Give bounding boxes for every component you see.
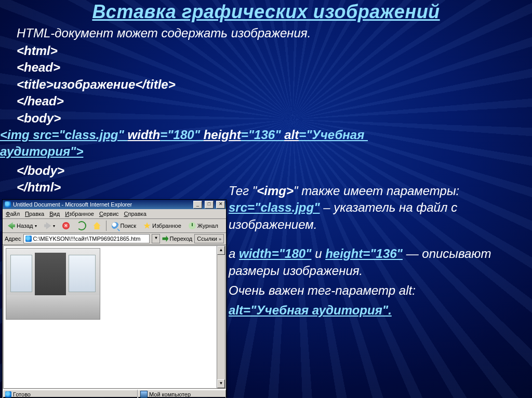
forward-icon — [44, 222, 51, 229]
close-button[interactable]: ✕ — [216, 201, 225, 209]
code-line: <body> — [17, 110, 176, 127]
refresh-icon — [77, 221, 86, 230]
refresh-button[interactable] — [75, 220, 88, 231]
go-button[interactable]: Переход — [162, 236, 192, 242]
home-button[interactable] — [91, 221, 103, 230]
stop-icon — [62, 222, 70, 229]
code-text: ="136" — [241, 128, 284, 142]
go-label: Переход — [169, 236, 192, 242]
viewport: ▲ ▼ — [3, 245, 225, 389]
chevron-down-icon: ▾ — [35, 224, 37, 228]
menu-tools[interactable]: Сервис — [99, 211, 119, 217]
classroom-image — [6, 248, 100, 320]
text-highlight: height="136" — [325, 246, 403, 260]
code-keyword: alt — [284, 128, 299, 142]
search-button[interactable]: Поиск — [110, 221, 138, 230]
slide: Вставка графических изображений HTML-док… — [0, 0, 532, 398]
code-text: аудитория"> — [0, 144, 83, 158]
code-img-line: <img src="class.jpg" width="180" height=… — [0, 127, 368, 160]
go-icon — [162, 236, 168, 242]
history-label: Журнал — [197, 223, 218, 229]
address-dropdown[interactable]: ▼ — [152, 234, 160, 243]
code-text: <img src="class.jpg" — [0, 128, 128, 142]
address-bar: Адрес C:\MEYKSON\!!!сайт\TMP969021865.ht… — [3, 233, 226, 245]
text-highlight: alt="Учебная аудитория". — [229, 303, 392, 317]
search-label: Поиск — [121, 223, 136, 229]
code-line: <html> — [17, 43, 176, 59]
text: " также имеет параметры: — [294, 184, 459, 198]
text: и — [311, 246, 325, 260]
back-button[interactable]: Назад ▾ — [6, 221, 39, 230]
code-line: </body> — [17, 162, 64, 179]
star-icon — [143, 222, 151, 229]
code-close: </body> </html> — [17, 162, 64, 196]
menu-favorites[interactable]: Избранное — [65, 211, 94, 217]
scroll-up-button[interactable]: ▲ — [217, 246, 225, 255]
text: Очень важен тег-параметр alt: — [229, 282, 520, 299]
separator — [106, 221, 107, 231]
code-keyword: height — [204, 128, 241, 142]
statusbar: Готово Мой компьютер — [3, 389, 226, 398]
code-line: <head> — [17, 59, 176, 76]
toolbar: Назад ▾ ▾ Поиск Избранное Журнал — [3, 219, 226, 233]
links-label: Ссылки — [197, 236, 217, 242]
history-icon — [189, 222, 196, 229]
ie-icon — [5, 391, 11, 397]
titlebar: Untitled Document - Microsoft Internet E… — [3, 200, 226, 209]
back-label: Назад — [17, 223, 33, 229]
stop-button[interactable] — [60, 221, 72, 230]
code-keyword: width — [128, 128, 161, 142]
code-line: </html> — [17, 179, 64, 196]
menubar: Файл Правка Вид Избранное Сервис Справка — [3, 209, 226, 219]
chevron-down-icon: ▾ — [53, 224, 55, 228]
browser-window: Untitled Document - Microsoft Internet E… — [2, 199, 227, 397]
text-highlight: src="class.jpg" — [229, 200, 320, 214]
text: Тег " — [229, 184, 257, 198]
address-label: Адрес — [5, 236, 21, 242]
home-icon — [94, 222, 101, 229]
minimize-button[interactable]: _ — [193, 201, 202, 209]
code-text: ="Учебная — [299, 128, 368, 142]
maximize-button[interactable]: □ — [205, 201, 214, 209]
vertical-scrollbar[interactable]: ▲ ▼ — [217, 246, 225, 388]
favorites-label: Избранное — [152, 223, 181, 229]
address-value: C:\MEYKSON\!!!сайт\TMP969021865.htm — [33, 236, 141, 242]
back-icon — [8, 222, 15, 229]
text-bold: <img> — [257, 184, 294, 198]
computer-icon — [140, 391, 148, 398]
menu-help[interactable]: Справка — [124, 211, 147, 217]
ie-icon — [5, 201, 11, 208]
address-input[interactable]: C:\MEYKSON\!!!сайт\TMP969021865.htm — [23, 234, 150, 243]
code-text: ="180" — [160, 128, 203, 142]
links-button[interactable]: Ссылки » — [194, 234, 224, 243]
search-icon — [112, 222, 119, 229]
history-button[interactable]: Журнал — [187, 221, 220, 230]
window-title: Untitled Document - Microsoft Internet E… — [13, 201, 132, 208]
code-line: <title>изображение</title> — [17, 76, 176, 93]
page-title: Вставка графических изображений — [0, 0, 532, 23]
scroll-down-button[interactable]: ▼ — [217, 379, 225, 388]
description: Тег "<img>" также имеет параметры: src="… — [229, 183, 520, 322]
menu-view[interactable]: Вид — [49, 211, 60, 217]
code-line: </head> — [17, 93, 176, 109]
code-block: <html> <head> <title>изображение</title>… — [17, 43, 176, 127]
favorites-button[interactable]: Избранное — [141, 221, 183, 230]
menu-edit[interactable]: Правка — [25, 211, 44, 217]
status-ready: Готово — [13, 391, 31, 397]
chevron-right-icon: » — [219, 237, 221, 242]
menu-file[interactable]: Файл — [6, 211, 20, 217]
status-zone: Мой компьютер — [149, 391, 191, 397]
intro-text: HTML-документ может содержать изображени… — [17, 26, 311, 40]
text: а — [229, 246, 239, 260]
text-highlight: width="180" — [239, 246, 311, 260]
ie-icon — [25, 236, 32, 242]
forward-button[interactable]: ▾ — [42, 221, 57, 230]
